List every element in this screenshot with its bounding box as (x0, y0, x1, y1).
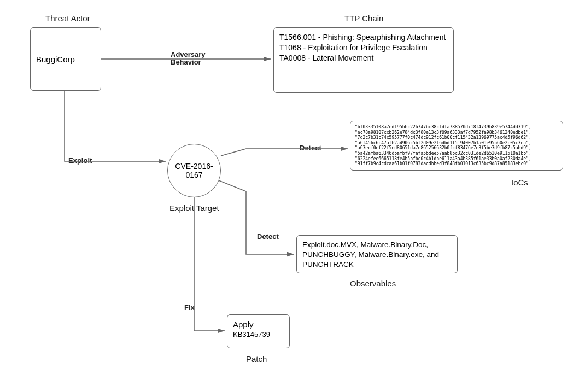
exploit-target-node: CVE-2016-0167 (167, 144, 221, 197)
iocs-label: IoCs (511, 178, 528, 187)
ttp-chain-node: T1566.001 - Phishing: Spearphishing Atta… (273, 27, 454, 93)
ttp-chain-label: TTP Chain (344, 14, 383, 23)
edge-detect-label-1: Detect (300, 144, 321, 152)
threat-actor-name: BuggiCorp (36, 55, 75, 64)
ioc-hash: "a63ecf0ef22f5ed80651da7e865256632b0fcf8… (355, 145, 558, 151)
exploit-target-name: CVE-2016-0167 (168, 162, 220, 179)
ioc-hash: "a6f456c6c47afb2a4906c5bf2d09e216dbd1f51… (355, 141, 558, 146)
ttp-chain-content: T1566.001 - Phishing: Spearphishing Atta… (279, 32, 448, 63)
observables-label: Observables (350, 279, 396, 288)
ioc-hash: "ec78a98107ccb262e784dc3f80e13c3f09a6333… (355, 130, 558, 136)
observables-node: Exploit.doc.MVX, Malware.Binary.Doc, PUN… (296, 235, 458, 273)
observables-text: Exploit.doc.MVX, Malware.Binary.Doc, PUN… (302, 240, 452, 270)
edge-fix-label: Fix (184, 303, 195, 312)
edge-exploit-label: Exploit (68, 156, 92, 165)
ioc-hash: "7d2c7b31c74c595777f0c474dc912fc61b00cf1… (355, 135, 558, 141)
ioc-hash: "bf03335108a7ed195bbc226747bc38c1dfa7885… (355, 125, 558, 130)
diagram-canvas: Threat Actor BuggiCorp TTP Chain T1566.0… (0, 0, 585, 392)
threat-actor-node: BuggiCorp (30, 27, 101, 91)
patch-node: Apply KB3145739 (227, 314, 290, 348)
ioc-hash: "6224efee6665118fe4b5bfbc0c4b1dbe611a43a… (355, 156, 558, 162)
exploit-target-label: Exploit Target (169, 203, 219, 213)
patch-kb: KB3145739 (233, 330, 284, 340)
ttp-item: T1566.001 - Phishing: Spearphishing Atta… (279, 32, 448, 43)
ttp-item: TA0008 - Lateral Movement (279, 53, 448, 63)
iocs-node: "bf03335108a7ed195bbc226747bc38c1dfa7885… (350, 121, 563, 171)
edge-detect-label-2: Detect (257, 232, 279, 241)
threat-actor-label: Threat Actor (45, 14, 90, 23)
edge-adversary-label: Adversary Behavior (171, 51, 206, 67)
ioc-hash: "5a42afba63346dbafbf97fafa5bdee57aab8bc3… (355, 151, 558, 156)
ioc-hash: "91ff7b9c4cdcaa61b01f0783dacdbbed3f848fb… (355, 161, 558, 167)
patch-title: Apply (233, 319, 284, 330)
ttp-item: T1068 - Exploitation for Privilege Escal… (279, 43, 448, 53)
patch-label: Patch (246, 354, 267, 364)
